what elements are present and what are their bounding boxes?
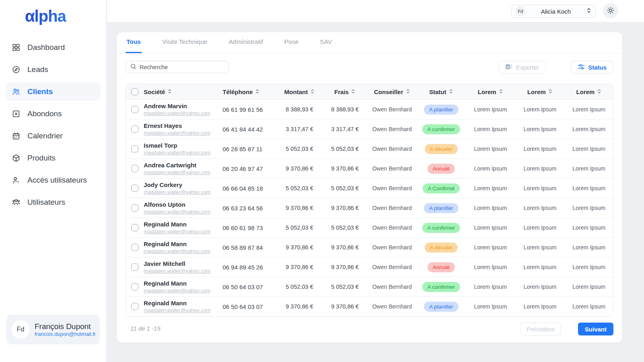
client-email-link[interactable]: magdalen.walter@yahoo.com [144,229,211,234]
previous-page-button[interactable]: Précédent [520,323,561,335]
column-header-soci-t[interactable]: Société [144,88,223,95]
column-header-statut[interactable]: Statut [417,88,466,95]
column-header-conseiller[interactable]: Conseiller [367,88,417,95]
row-checkbox[interactable] [131,283,138,290]
tab-administratif[interactable]: Administratif [228,38,264,53]
users-group-icon [11,197,21,207]
sidebar-item-dashboard[interactable]: Dashboard [6,38,101,57]
sidebar-item-clients[interactable]: Clients [6,82,101,101]
row-checkbox[interactable] [131,303,138,310]
lorem-cell: Lorem Ipsum [466,146,515,152]
table-row[interactable]: Ernest Hayes magdalen.walter@yahoo.com 0… [126,119,613,139]
user-plus-icon [11,175,21,185]
sidebar-item-leads[interactable]: Leads [6,60,101,79]
client-phone: 06 50 64 03 07 [223,284,277,290]
sidebar-item-acc-s-utilisateurs[interactable]: Accés utilisateurs [6,171,101,189]
client-montant: 5 052,03 € [277,224,322,231]
client-montant: 8 388,93 € [277,106,322,113]
client-frais: 8 388,93 € [322,106,367,113]
sidebar-item-calendrier[interactable]: Calendrier [6,127,101,145]
client-email-link[interactable]: magdalen.walter@yahoo.com [144,111,211,116]
row-checkbox[interactable] [131,145,138,152]
table-row[interactable]: Jody Corkery magdalen.walter@yahoo.com 0… [126,178,613,198]
client-email-link[interactable]: magdalen.walter@yahoo.com [144,130,211,136]
sidebar-item-produits[interactable]: Produits [6,149,101,167]
tab-sav[interactable]: SAV [319,38,333,53]
sidebar-user-card[interactable]: Fd François Dupont francois.dupon@hotmai… [6,315,100,344]
client-name: Ismael Torp [144,142,177,149]
client-frais: 9 370,86 € [322,205,367,211]
client-email-link[interactable]: magdalen.walter@yahoo.com [144,150,211,156]
client-email-link[interactable]: magdalen.walter@yahoo.com [144,288,211,294]
status-filter-button[interactable]: Status [571,61,613,74]
lorem-cell: Lorem Ipsum [466,244,515,251]
theme-toggle-button[interactable] [603,3,618,19]
table-row[interactable]: Reginald Mann magdalen.walter@yahoo.com … [126,296,613,316]
table-row[interactable]: Andrea Cartwright magdalen.walter@yahoo.… [126,158,613,178]
column-header-t-l-phone[interactable]: Téléphone [223,88,277,95]
row-checkbox[interactable] [131,106,138,113]
lorem-cell: Lorem Ipsum [565,146,613,152]
sidebar-item-abondons[interactable]: Abondons [6,105,101,123]
column-header-lorem[interactable]: Lorem [466,88,515,95]
column-header-lorem[interactable]: Lorem [565,88,613,95]
sidebar-item-label: Utilisateurs [27,198,65,207]
client-email-link[interactable]: magdalen.walter@yahoo.com [144,209,211,215]
client-montant: 9 370,86 € [277,205,322,211]
lorem-cell: Lorem Ipsum [466,126,515,132]
row-checkbox[interactable] [131,263,138,271]
row-checkbox[interactable] [131,224,138,231]
excel-icon: X [506,64,513,71]
client-email-link[interactable]: magdalen.walter@yahoo.com [144,308,211,313]
row-checkbox[interactable] [131,244,138,251]
table-row[interactable]: Javier Mitchell magdalen.walter@yahoo.co… [126,257,613,277]
column-header-montant[interactable]: Montant [277,88,322,95]
lorem-cell: Lorem Ipsum [466,106,515,113]
client-email-link[interactable]: magdalen.walter@yahoo.com [144,189,211,195]
next-page-button[interactable]: Suivant [578,323,613,335]
table-row[interactable]: Ismael Torp magdalen.walter@yahoo.com 06… [126,139,613,158]
table-row[interactable]: Reginald Mann magdalen.walter@yahoo.com … [126,237,613,257]
sidebar-item-utilisateurs[interactable]: Utilisateurs [6,193,101,212]
status-badge: A confirmer [422,124,460,134]
user-select-dropdown[interactable]: Fd Alicia Koch [511,5,596,18]
search-input[interactable] [140,64,224,70]
column-header-lorem[interactable]: Lorem [515,88,565,95]
tab-pose[interactable]: Pose [283,38,299,53]
tab-tous[interactable]: Tous [126,38,142,53]
status-badge: A décaler [425,144,458,154]
client-phone: 06 61 99 61 56 [223,106,277,113]
column-header-frais[interactable]: Frais [322,88,367,95]
client-email-link[interactable]: magdalen.walter@yahoo.com [144,249,211,254]
client-email-link[interactable]: magdalen.walter@yahoo.com [144,170,211,175]
row-checkbox[interactable] [131,165,138,172]
table-row[interactable]: Reginald Mann magdalen.walter@yahoo.com … [126,277,613,296]
client-frais: 9 370,86 € [322,264,367,270]
row-checkbox[interactable] [131,125,138,133]
client-name: Andrea Cartwright [144,162,196,169]
sort-icon [255,88,260,95]
client-frais: 5 052,03 € [322,284,367,290]
client-montant: 9 370,86 € [277,165,322,172]
sort-icon [310,88,315,95]
table-row[interactable]: Reginald Mann magdalen.walter@yahoo.com … [126,218,613,237]
tab-visite-technique[interactable]: Visite Technique [161,38,208,53]
svg-text:X: X [507,65,509,69]
sliders-icon [578,64,585,71]
table-row[interactable]: Andrew Marvin magdalen.walter@yahoo.com … [126,99,613,119]
tab-bar: TousVisite TechniqueAdministratifPoseSAV [117,32,622,53]
search-box[interactable] [126,61,229,73]
client-phone: 06 28 85 87 11 [223,146,277,152]
client-frais: 9 370,86 € [322,165,367,172]
lorem-cell: Lorem Ipsum [565,244,613,251]
client-conseiller: Owen Bernhard [367,284,417,290]
row-checkbox[interactable] [131,204,138,212]
lorem-cell: Lorem Ipsum [466,185,515,191]
compass-icon [11,65,21,74]
client-email-link[interactable]: magdalen.walter@yahoo.com [144,268,211,274]
export-button[interactable]: X Exporter [499,61,546,74]
select-all-checkbox[interactable] [131,88,138,95]
table-row[interactable]: Alfonso Upton magdalen.walter@yahoo.com … [126,198,613,218]
sidebar-user-email[interactable]: francois.dupon@hotmail.fr [35,331,96,337]
row-checkbox[interactable] [131,185,138,192]
